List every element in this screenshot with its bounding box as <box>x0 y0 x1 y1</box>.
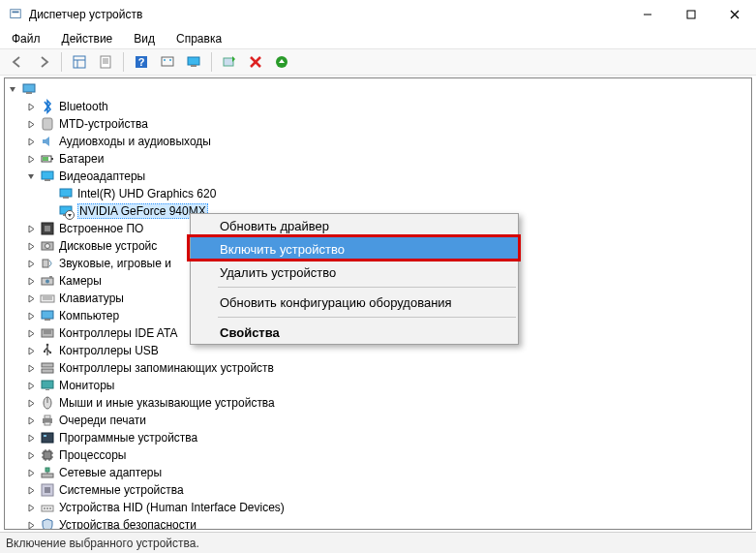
cpu-icon <box>40 447 55 463</box>
tree-item[interactable]: Процессоры <box>7 446 751 464</box>
minimize-button[interactable] <box>625 0 669 29</box>
collapse-icon[interactable] <box>7 83 19 96</box>
nav-back-button[interactable] <box>6 51 29 73</box>
expand-icon[interactable] <box>25 397 38 410</box>
tree-item-label: Мониторы <box>59 379 114 392</box>
tree-item[interactable]: Мыши и иные указывающие устройства <box>7 394 751 412</box>
view-mode-button[interactable] <box>68 51 91 73</box>
show-hidden-button[interactable] <box>156 51 179 73</box>
svg-rect-58 <box>42 381 53 388</box>
tree-item[interactable]: Очереди печати <box>7 412 751 429</box>
svg-rect-57 <box>42 369 53 373</box>
tree-item-label: MTD-устройства <box>59 117 148 131</box>
expand-icon[interactable] <box>25 101 38 113</box>
expand-icon[interactable] <box>25 327 38 340</box>
expand-icon[interactable] <box>25 345 38 357</box>
context-menu-item[interactable]: Удалить устройство <box>191 261 518 284</box>
expand-icon[interactable] <box>25 519 38 531</box>
enable-button[interactable] <box>270 51 293 73</box>
tree-item[interactable]: Контроллеры запоминающих устройств <box>7 359 751 377</box>
expand-icon[interactable] <box>25 223 38 235</box>
tree-item[interactable]: Мониторы <box>7 377 751 394</box>
tree-item[interactable]: Bluetooth <box>7 98 751 115</box>
properties-button[interactable] <box>94 51 117 73</box>
context-menu-separator <box>218 317 516 318</box>
monitor-icon <box>40 378 55 393</box>
svg-rect-26 <box>43 118 52 130</box>
tree-item-label: Очереди печати <box>59 414 146 427</box>
menu-file[interactable]: Файл <box>10 31 43 46</box>
tree-item[interactable]: Аудиовходы и аудиовыходы <box>7 133 751 150</box>
collapse-icon[interactable] <box>25 170 38 183</box>
expand-icon[interactable] <box>25 484 38 497</box>
svg-rect-3 <box>687 11 695 18</box>
svg-point-84 <box>49 507 51 509</box>
menu-help[interactable]: Справка <box>174 31 224 46</box>
tree-item-label: Программные устройства <box>59 431 197 445</box>
expand-icon[interactable] <box>25 362 38 375</box>
expand-icon[interactable] <box>25 136 38 148</box>
tree-item-label: Intel(R) UHD Graphics 620 <box>77 187 216 200</box>
context-menu-item[interactable]: Обновить драйвер <box>191 214 518 237</box>
tree-item[interactable]: Intel(R) UHD Graphics 620 <box>7 185 751 202</box>
tree-item[interactable]: Устройства безопасности <box>7 516 751 530</box>
tree-item[interactable]: Устройства HID (Human Interface Devices) <box>7 499 751 516</box>
battery-icon <box>40 151 55 167</box>
expand-icon[interactable] <box>25 275 38 288</box>
svg-rect-66 <box>44 435 46 437</box>
expand-icon[interactable] <box>25 292 38 305</box>
scan-hardware-button[interactable] <box>218 51 241 73</box>
expand-icon[interactable] <box>25 502 38 514</box>
svg-rect-33 <box>63 197 69 199</box>
tree-item[interactable]: Батареи <box>7 150 751 168</box>
context-menu: Обновить драйверВключить устройствоУдали… <box>190 213 519 345</box>
svg-rect-67 <box>44 451 51 459</box>
expand-icon[interactable] <box>25 449 38 462</box>
tree-item[interactable]: Программные устройства <box>7 429 751 446</box>
menu-action[interactable]: Действие <box>60 31 115 46</box>
context-menu-item[interactable]: Обновить конфигурацию оборудования <box>191 291 518 314</box>
close-button[interactable] <box>712 0 756 29</box>
computer-icon <box>40 308 55 323</box>
tree-item-label: Встроенное ПО <box>59 222 143 235</box>
tree-item-label: Сетевые адаптеры <box>59 466 162 479</box>
expand-icon[interactable] <box>25 240 38 253</box>
expand-icon[interactable] <box>25 118 38 131</box>
svg-rect-31 <box>45 179 50 181</box>
expand-icon[interactable] <box>25 310 38 323</box>
tree-item-label: Контроллеры запоминающих устройств <box>59 361 274 375</box>
svg-rect-30 <box>42 171 53 179</box>
help-button[interactable]: ? <box>130 51 153 73</box>
context-menu-item[interactable]: Свойства <box>191 321 518 344</box>
expand-icon[interactable] <box>25 258 38 270</box>
svg-rect-38 <box>45 226 50 231</box>
maximize-button[interactable] <box>669 0 712 29</box>
menu-view[interactable]: Вид <box>132 31 157 46</box>
sound-icon <box>40 256 55 271</box>
devices-by-connection-button[interactable] <box>182 51 205 73</box>
svg-rect-76 <box>42 474 53 477</box>
tree-item[interactable]: Сетевые адаптеры <box>7 464 751 481</box>
tree-item[interactable]: Видеоадаптеры <box>7 168 751 185</box>
svg-point-82 <box>44 507 45 509</box>
svg-rect-1 <box>13 12 19 14</box>
svg-rect-64 <box>45 422 50 425</box>
expand-icon[interactable] <box>25 415 38 427</box>
expand-icon[interactable] <box>25 467 38 479</box>
tree-item[interactable]: MTD-устройства <box>7 115 751 133</box>
nav-forward-button[interactable] <box>32 51 55 73</box>
svg-rect-20 <box>224 58 233 66</box>
context-menu-item[interactable]: Включить устройство <box>191 237 518 261</box>
tree-item[interactable] <box>7 80 751 98</box>
disk-icon <box>40 238 55 254</box>
tree-item-label: Контроллеры USB <box>59 344 159 357</box>
hid-icon <box>40 500 55 515</box>
uninstall-button[interactable] <box>244 51 267 73</box>
expand-icon[interactable] <box>25 153 38 166</box>
bluetooth-icon <box>40 99 55 114</box>
expand-icon[interactable] <box>25 432 38 445</box>
expand-icon[interactable] <box>25 380 38 392</box>
svg-point-55 <box>49 352 51 353</box>
tree-item[interactable]: Системные устройства <box>7 481 751 499</box>
tree-item-label: Устройства безопасности <box>59 518 197 530</box>
